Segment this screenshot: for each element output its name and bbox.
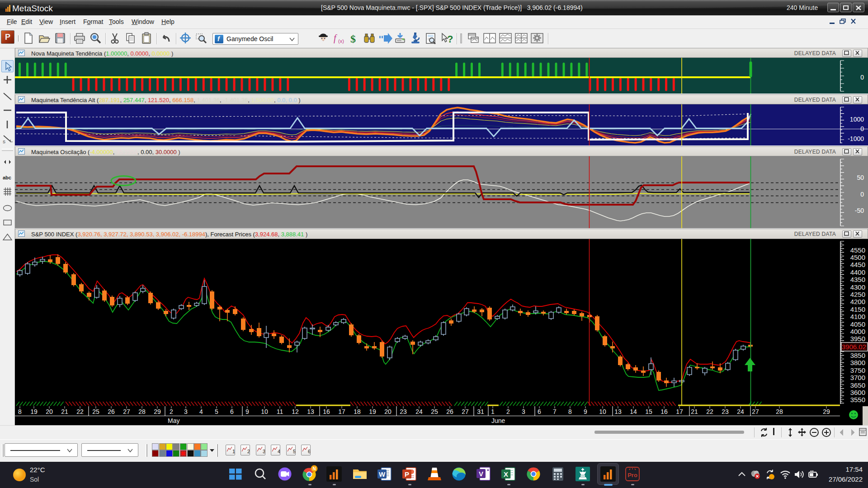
svg-text:3: 3 <box>184 408 188 415</box>
svg-text:3700: 3700 <box>850 374 865 381</box>
svg-text:3906.02: 3906.02 <box>842 343 866 351</box>
svg-text:P: P <box>405 470 409 478</box>
svg-text:S: S <box>3 140 5 144</box>
svg-text:3800: 3800 <box>850 359 865 366</box>
svg-text:21: 21 <box>61 408 68 415</box>
svg-text:2: 2 <box>247 449 250 454</box>
svg-text:$: $ <box>350 33 356 45</box>
svg-text:29: 29 <box>823 408 830 415</box>
svg-text:2: 2 <box>170 408 173 415</box>
svg-text:0: 0 <box>860 191 864 198</box>
svg-text:10: 10 <box>599 408 606 415</box>
svg-text:4: 4 <box>199 408 203 415</box>
svg-text:12: 12 <box>292 408 299 415</box>
svg-text:(x): (x) <box>338 38 344 44</box>
svg-text:25: 25 <box>431 408 438 415</box>
svg-text:28: 28 <box>776 408 783 415</box>
svg-text:-1000: -1000 <box>848 135 864 142</box>
svg-text:V: V <box>479 470 483 478</box>
svg-text:Pro: Pro <box>627 472 637 479</box>
svg-text:28: 28 <box>138 408 146 415</box>
svg-text:16: 16 <box>323 408 330 415</box>
svg-text:-50: -50 <box>855 207 864 214</box>
svg-text:4000: 4000 <box>850 328 865 335</box>
svg-text:27: 27 <box>462 408 469 415</box>
svg-text:6: 6 <box>538 408 541 415</box>
svg-text:W: W <box>379 470 386 478</box>
svg-text:31: 31 <box>477 408 484 415</box>
svg-text:3650: 3650 <box>850 381 865 389</box>
svg-text:0: 0 <box>860 74 864 81</box>
svg-text:13: 13 <box>307 408 314 415</box>
svg-text:4350: 4350 <box>850 276 865 283</box>
svg-text:8: 8 <box>568 408 572 415</box>
svg-text:1: 1 <box>232 449 235 454</box>
svg-text:6: 6 <box>308 449 310 454</box>
svg-text:4250: 4250 <box>850 291 865 298</box>
svg-text:27: 27 <box>123 408 130 415</box>
svg-text:20: 20 <box>46 408 53 415</box>
svg-text:X: X <box>504 470 508 478</box>
svg-text:18: 18 <box>354 408 361 415</box>
svg-text:17: 17 <box>338 408 345 415</box>
svg-text:29: 29 <box>154 408 161 415</box>
svg-text:3: 3 <box>263 449 265 454</box>
svg-text:10: 10 <box>261 408 268 415</box>
svg-text:9: 9 <box>584 408 587 415</box>
svg-text:17: 17 <box>676 408 683 415</box>
svg-text:15: 15 <box>645 408 652 415</box>
svg-text:26: 26 <box>446 408 453 415</box>
svg-text:19: 19 <box>369 408 376 415</box>
svg-text:20: 20 <box>384 408 392 415</box>
svg-text:24: 24 <box>415 408 423 415</box>
svg-text:23: 23 <box>400 408 407 415</box>
svg-text:4300: 4300 <box>850 283 865 291</box>
svg-text:?: ? <box>447 33 453 45</box>
svg-text:23: 23 <box>722 408 729 415</box>
svg-text:19: 19 <box>30 408 38 415</box>
svg-text:7: 7 <box>553 408 557 415</box>
svg-text:4500: 4500 <box>850 253 865 261</box>
svg-text:6: 6 <box>230 408 234 415</box>
svg-text:13: 13 <box>614 408 622 415</box>
svg-text:3550: 3550 <box>850 396 865 404</box>
svg-text:N: N <box>312 466 316 471</box>
svg-text:May: May <box>168 417 179 424</box>
svg-text:22: 22 <box>76 408 84 415</box>
svg-text:4150: 4150 <box>850 305 865 313</box>
svg-text:June: June <box>491 417 505 424</box>
svg-text:16: 16 <box>660 408 668 415</box>
svg-text:4200: 4200 <box>850 298 865 305</box>
svg-text:25: 25 <box>92 408 99 415</box>
svg-text:abc: abc <box>3 175 11 180</box>
svg-text:50: 50 <box>857 174 864 181</box>
svg-text:14: 14 <box>630 408 637 415</box>
svg-text:MetaStock: MetaStock <box>12 4 53 13</box>
svg-text:3850: 3850 <box>850 352 865 359</box>
svg-text:3600: 3600 <box>850 389 865 396</box>
svg-text:4: 4 <box>278 449 280 454</box>
svg-text:24: 24 <box>737 408 744 415</box>
svg-text:4550: 4550 <box>850 246 865 254</box>
svg-text:4450: 4450 <box>850 261 865 268</box>
svg-text:5: 5 <box>215 408 218 415</box>
svg-text:26: 26 <box>108 408 115 415</box>
svg-text:4050: 4050 <box>850 320 865 328</box>
svg-text:1000: 1000 <box>850 116 864 123</box>
svg-text:1: 1 <box>491 408 495 415</box>
svg-text:0: 0 <box>860 125 864 132</box>
svg-text:f: f <box>334 33 337 43</box>
svg-text:9: 9 <box>245 408 249 415</box>
svg-text:8: 8 <box>18 408 22 415</box>
svg-text:21: 21 <box>691 408 698 415</box>
svg-text:3750: 3750 <box>850 366 865 374</box>
svg-text:22: 22 <box>706 408 713 415</box>
svg-text:27: 27 <box>752 408 759 415</box>
svg-text:5: 5 <box>293 449 295 454</box>
svg-text:3950: 3950 <box>850 335 865 343</box>
svg-text:3: 3 <box>522 408 525 415</box>
svg-text:4100: 4100 <box>850 313 865 320</box>
svg-text:4400: 4400 <box>850 268 865 276</box>
svg-text:2: 2 <box>506 408 510 415</box>
svg-text:11: 11 <box>277 408 283 415</box>
